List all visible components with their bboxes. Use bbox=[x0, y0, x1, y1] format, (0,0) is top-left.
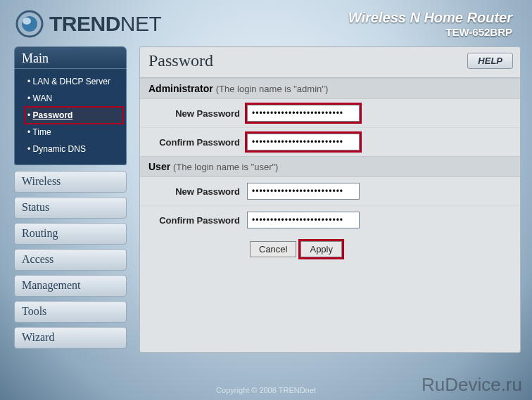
sidebar-section-wireless[interactable]: Wireless bbox=[14, 171, 127, 193]
admin-section-head: Administrator (The login name is "admin"… bbox=[140, 78, 520, 99]
sidebar-section-management[interactable]: Management bbox=[14, 275, 127, 297]
sidebar-section-tools[interactable]: Tools bbox=[14, 301, 127, 323]
sidebar-item-password[interactable]: Password bbox=[25, 107, 123, 124]
product-model: TEW-652BRP bbox=[348, 26, 512, 38]
sidebar-main-list: LAN & DHCP Server WAN Password Time Dyna… bbox=[14, 69, 127, 165]
button-row: Cancel Apply bbox=[140, 234, 520, 267]
title-row: Password HELP bbox=[140, 47, 520, 78]
sidebar-section-main[interactable]: Main bbox=[14, 46, 127, 69]
sidebar-section-status[interactable]: Status bbox=[14, 197, 127, 219]
sidebar-item-lan-dhcp[interactable]: LAN & DHCP Server bbox=[25, 73, 123, 90]
header-right: Wireless N Home Router TEW-652BRP bbox=[348, 10, 512, 38]
brand-logo: TRENDNET bbox=[15, 10, 161, 38]
sidebar-item-time[interactable]: Time bbox=[25, 124, 123, 141]
globe-icon bbox=[15, 10, 44, 38]
sidebar: Main LAN & DHCP Server WAN Password Time… bbox=[14, 46, 127, 353]
user-section-head: User (The login name is "user") bbox=[140, 156, 520, 177]
admin-new-pw-label: New Password bbox=[148, 108, 247, 119]
sidebar-section-routing[interactable]: Routing bbox=[14, 223, 127, 245]
svg-point-2 bbox=[23, 18, 31, 25]
product-title: Wireless N Home Router bbox=[348, 10, 512, 26]
sidebar-section-wizard[interactable]: Wizard bbox=[14, 327, 127, 349]
user-new-pw-label: New Password bbox=[148, 186, 247, 197]
user-confirm-pw-input[interactable] bbox=[247, 212, 360, 228]
brand-text: TRENDNET bbox=[49, 12, 161, 36]
admin-hint: (The login name is "admin") bbox=[216, 84, 329, 94]
admin-new-pw-row: New Password bbox=[140, 99, 520, 127]
admin-heading: Administrator bbox=[148, 83, 213, 94]
user-new-pw-row: New Password bbox=[140, 177, 520, 205]
help-button[interactable]: HELP bbox=[467, 53, 513, 69]
admin-new-pw-input[interactable] bbox=[247, 105, 360, 122]
header: TRENDNET Wireless N Home Router TEW-652B… bbox=[0, 0, 532, 42]
user-heading: User bbox=[148, 161, 170, 172]
page-title: Password bbox=[148, 51, 213, 70]
user-hint: (The login name is "user") bbox=[173, 162, 278, 172]
user-confirm-pw-label: Confirm Password bbox=[148, 215, 247, 226]
content-panel: Password HELP Administrator (The login n… bbox=[139, 46, 521, 353]
user-new-pw-input[interactable] bbox=[247, 183, 360, 200]
cancel-button[interactable]: Cancel bbox=[250, 241, 296, 257]
footer-text: Copyright © 2008 TRENDnet bbox=[0, 386, 532, 394]
admin-confirm-pw-input[interactable] bbox=[247, 134, 360, 150]
apply-button[interactable]: Apply bbox=[300, 241, 342, 257]
user-confirm-pw-row: Confirm Password bbox=[140, 205, 520, 234]
sidebar-item-wan[interactable]: WAN bbox=[25, 90, 123, 107]
sidebar-item-dynamic-dns[interactable]: Dynamic DNS bbox=[25, 141, 123, 157]
admin-confirm-pw-row: Confirm Password bbox=[140, 127, 520, 156]
admin-confirm-pw-label: Confirm Password bbox=[148, 137, 247, 148]
sidebar-section-access[interactable]: Access bbox=[14, 249, 127, 271]
